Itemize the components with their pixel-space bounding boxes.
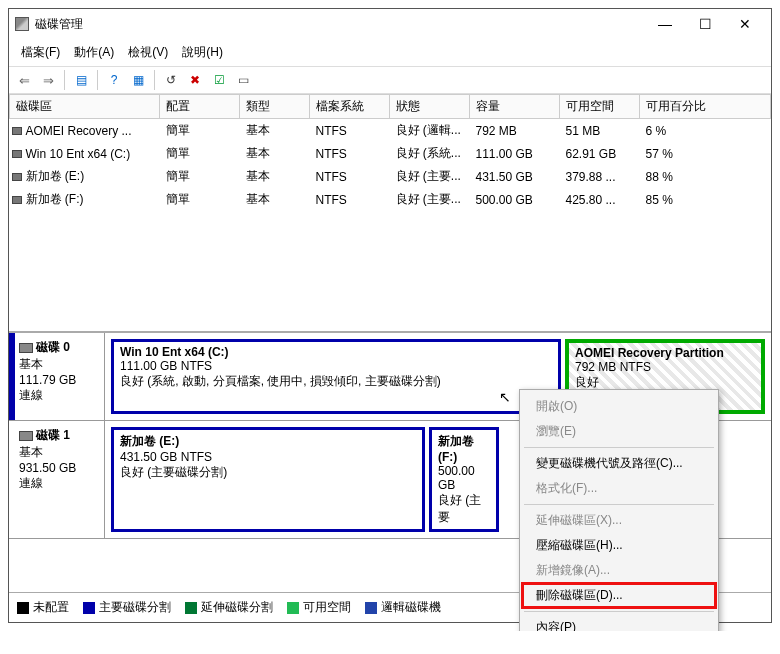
disk-header-0[interactable]: 磁碟 0 基本 111.79 GB 連線	[9, 333, 105, 420]
back-button[interactable]: ⇐	[13, 69, 35, 91]
disk-icon	[19, 343, 33, 353]
partition-e[interactable]: 新加卷 (E:) 431.50 GB NTFS 良好 (主要磁碟分割)	[111, 427, 425, 532]
ctx-delete-volume[interactable]: 刪除磁碟區(D)...	[522, 583, 716, 608]
views-button[interactable]: ▦	[127, 69, 149, 91]
disk-mgmt-window: 磁碟管理 — ☐ ✕ 檔案(F) 動作(A) 檢視(V) 說明(H) ⇐ ⇒ ▤…	[8, 8, 772, 623]
minimize-button[interactable]: —	[645, 10, 685, 38]
toolbar: ⇐ ⇒ ▤ ? ▦ ↺ ✖ ☑ ▭	[9, 66, 771, 94]
list-icon[interactable]: ▭	[232, 69, 254, 91]
volume-list[interactable]: 磁碟區 配置 類型 檔案系統 狀態 容量 可用空間 可用百分比 AOMEI Re…	[9, 94, 771, 332]
context-menu: 開啟(O) 瀏覽(E) 變更磁碟機代號及路徑(C)... 格式化(F)... 延…	[519, 389, 719, 631]
maximize-button[interactable]: ☐	[685, 10, 725, 38]
ctx-change-drive-letter[interactable]: 變更磁碟機代號及路徑(C)...	[522, 451, 716, 476]
disk-icon	[19, 431, 33, 441]
ctx-mirror: 新增鏡像(A)...	[522, 558, 716, 583]
col-pct[interactable]: 可用百分比	[640, 95, 771, 119]
ctx-properties[interactable]: 內容(P)	[522, 615, 716, 631]
col-state[interactable]: 狀態	[390, 95, 470, 119]
partition-f[interactable]: 新加卷 (F:) 500.00 GB 良好 (主要	[429, 427, 499, 532]
help-icon[interactable]: ?	[103, 69, 125, 91]
table-row[interactable]: AOMEI Recovery ...簡單基本NTFS良好 (邏輯...792 M…	[10, 119, 771, 143]
refresh-button[interactable]: ↺	[160, 69, 182, 91]
ctx-explore: 瀏覽(E)	[522, 419, 716, 444]
table-row[interactable]: 新加卷 (F:)簡單基本NTFS良好 (主要...500.00 GB425.80…	[10, 188, 771, 211]
table-row[interactable]: 新加卷 (E:)簡單基本NTFS良好 (主要...431.50 GB379.88…	[10, 165, 771, 188]
menu-help[interactable]: 說明(H)	[176, 41, 229, 64]
ctx-shrink[interactable]: 壓縮磁碟區(H)...	[522, 533, 716, 558]
col-volume[interactable]: 磁碟區	[10, 95, 160, 119]
show-tree-button[interactable]: ▤	[70, 69, 92, 91]
partition-c[interactable]: Win 10 Ent x64 (C:) 111.00 GB NTFS 良好 (系…	[111, 339, 561, 414]
forward-button[interactable]: ⇒	[37, 69, 59, 91]
menu-view[interactable]: 檢視(V)	[122, 41, 174, 64]
menu-action[interactable]: 動作(A)	[68, 41, 120, 64]
col-layout[interactable]: 配置	[160, 95, 240, 119]
ctx-format: 格式化(F)...	[522, 476, 716, 501]
title-bar: 磁碟管理 — ☐ ✕	[9, 9, 771, 39]
menu-bar: 檔案(F) 動作(A) 檢視(V) 說明(H)	[9, 39, 771, 66]
disk-header-1[interactable]: 磁碟 1 基本 931.50 GB 連線	[9, 421, 105, 538]
ctx-open: 開啟(O)	[522, 394, 716, 419]
window-title: 磁碟管理	[35, 16, 645, 33]
col-fs[interactable]: 檔案系統	[310, 95, 390, 119]
col-free[interactable]: 可用空間	[560, 95, 640, 119]
col-type[interactable]: 類型	[240, 95, 310, 119]
app-icon	[15, 17, 29, 31]
menu-file[interactable]: 檔案(F)	[15, 41, 66, 64]
col-capacity[interactable]: 容量	[470, 95, 560, 119]
ctx-extend: 延伸磁碟區(X)...	[522, 508, 716, 533]
close-button[interactable]: ✕	[725, 10, 765, 38]
table-row[interactable]: Win 10 Ent x64 (C:)簡單基本NTFS良好 (系統...111.…	[10, 142, 771, 165]
properties-icon[interactable]: ☑	[208, 69, 230, 91]
delete-icon[interactable]: ✖	[184, 69, 206, 91]
